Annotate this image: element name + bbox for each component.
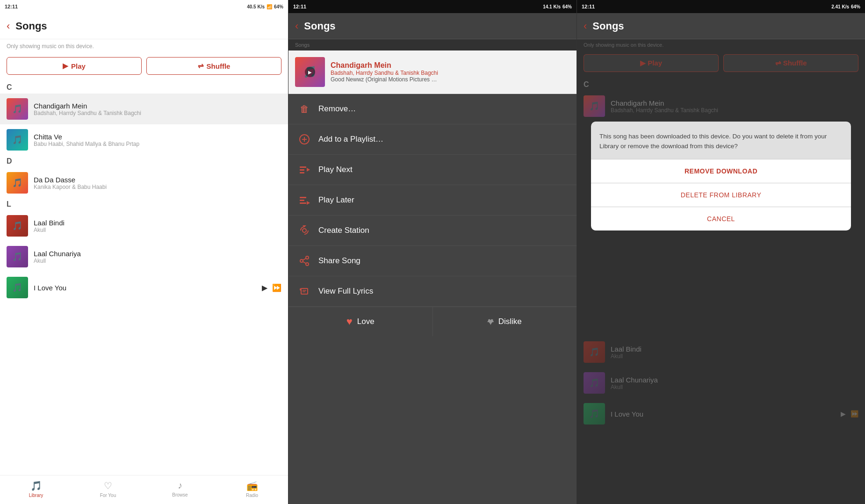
play-icon-song[interactable]: ▶ (262, 283, 267, 292)
song-thumb-chitta: 🎵 (7, 129, 28, 151)
skip-icon-song[interactable]: ⏩ (272, 283, 281, 292)
i-love-you-title-3: I Love You (611, 410, 835, 418)
delete-library-label: DELETE FROM LIBRARY (681, 191, 762, 199)
context-song-thumb-wrap: 🎵 ▶ (295, 57, 325, 87)
song-title-chandigarh-3: Chandigarh Mein (611, 99, 858, 107)
shuffle-button-1[interactable]: ⇌ Shuffle (146, 57, 281, 75)
song-title-laal-chunariya: Laal Chunariya (34, 250, 281, 258)
library-icon: 🎵 (30, 480, 42, 491)
section-l-1: L (0, 198, 288, 210)
song-thumb-dada: 🎵 (7, 172, 28, 194)
laal-chunariya-title-3: Laal Chunariya (611, 376, 858, 384)
song-title-chandigarh: Chandigarh Mein (34, 102, 281, 110)
nav-browse-label: Browse (172, 492, 187, 497)
song-row-chandigarh-3: 🎵 Chandigarh Mein Badshah, Harrdy Sandhu… (577, 91, 865, 122)
nav-radio[interactable]: 📻 Radio (216, 480, 288, 500)
network-2: 14.1 K/s (543, 4, 561, 9)
page-title-3: Songs (592, 20, 624, 32)
subtitle-1: Only showing music on this device. (0, 39, 288, 53)
song-artist-chitta: Babu Haabi, Shahid Mallya & Bhanu Prtap (34, 141, 281, 147)
status-bar-1: 12:11 40.5 K/s 📶 64% (0, 0, 288, 13)
context-song-title: Chandigarh Mein (331, 61, 570, 70)
network-3: 2.41 K/s (831, 4, 849, 9)
section-d-1: D (0, 155, 288, 167)
status-bar-2: 12:11 14.1 K/s 64% (288, 0, 577, 13)
header-1: ‹ Songs (0, 13, 288, 39)
song-row-laal-bindi[interactable]: 🎵 Laal Bindi Akull (0, 210, 288, 241)
header-2: ‹ Songs (288, 13, 577, 39)
laal-bindi-artist-3: Akull (611, 353, 858, 360)
faded-songs-3: 🎵 Laal Bindi Akull 🎵 Laal Chunariya Akul… (577, 337, 865, 429)
laal-bindi-row-3: 🎵 Laal Bindi Akull (577, 337, 865, 367)
shuffle-icon-1: ⇌ (198, 62, 204, 70)
header-3: ‹ Songs (577, 13, 865, 39)
time-3: 12:11 (582, 4, 595, 9)
time-1: 12:11 (5, 4, 18, 9)
subtitle-3: Only showing music on this device. (577, 39, 865, 50)
browse-icon: ♪ (178, 480, 182, 491)
nav-browse[interactable]: ♪ Browse (144, 480, 216, 499)
nav-library[interactable]: 🎵 Library (0, 480, 72, 500)
delete-dialog: This song has been downloaded to this de… (591, 122, 851, 230)
for-you-icon: ♡ (104, 480, 112, 491)
time-2: 12:11 (293, 4, 306, 9)
section-c-1: C (0, 81, 288, 94)
back-button-3[interactable]: ‹ (584, 20, 587, 32)
context-song-album: Good Newwz (Original Motions Pictures … (331, 76, 570, 83)
shuffle-btn-3: ⇌ Shuffle (723, 54, 858, 72)
context-menu-panel: 12:11 14.1 K/s 64% ‹ Songs Songs 🎵 ▶ Cha… (288, 0, 577, 504)
song-title-i-love-you: I Love You (34, 284, 256, 292)
cancel-button[interactable]: CANCEL (591, 207, 851, 230)
action-row-1: ▶ Play ⇌ Shuffle (7, 57, 281, 75)
song-title-chitta: Chitta Ve (34, 133, 281, 141)
radio-icon: 📻 (246, 480, 258, 491)
network-1: 40.5 K/s (247, 4, 265, 9)
back-button-2[interactable]: ‹ (295, 20, 298, 32)
song-artist-laal-chunariya: Akull (34, 258, 281, 264)
page-title-1: Songs (15, 20, 47, 32)
song-row-i-love-you[interactable]: 🎵 I Love You ▶ ⏩ (0, 272, 288, 303)
song-artist-dada: Kanika Kapoor & Babu Haabi (34, 184, 281, 190)
play-label-1: Play (71, 62, 86, 70)
song-artist-chandigarh-3: Badshah, Harrdy Sandhu & Tanishk Bagchi (611, 107, 858, 114)
song-row-chitta[interactable]: 🎵 Chitta Ve Babu Haabi, Shahid Mallya & … (0, 124, 288, 155)
song-row-laal-chunariya[interactable]: 🎵 Laal Chunariya Akull (0, 241, 288, 272)
status-bar-3: 12:11 2.41 K/s 64% (577, 0, 865, 13)
remove-download-button[interactable]: REMOVE DOWNLOAD (591, 159, 851, 183)
play-overlay-icon: ▶ (305, 67, 315, 77)
play-btn-3: ▶ Play (584, 54, 719, 72)
nav-for-you-label: For You (100, 493, 116, 498)
song-artist-chandigarh: Badshah, Harrdy Sandhu & Tanishk Bagchi (34, 110, 281, 116)
laal-chunariya-artist-3: Akull (611, 384, 858, 390)
song-artist-laal-bindi: Akull (34, 227, 281, 233)
battery-3: 64% (851, 4, 860, 9)
dialog-text: This song has been downloaded to this de… (599, 132, 843, 151)
battery-1: 64% (274, 4, 283, 9)
delete-dialog-panel: 12:11 2.41 K/s 64% ‹ Songs Only showing … (577, 0, 865, 504)
song-thumb-chandigarh: 🎵 (7, 98, 28, 120)
dialog-body: This song has been downloaded to this de… (591, 122, 851, 159)
i-love-you-controls: ▶ ⏩ (841, 410, 858, 418)
nav-library-label: Library (29, 493, 43, 498)
shuffle-label-1: Shuffle (207, 62, 231, 70)
i-love-you-row-3: 🎵 I Love You ▶ ⏩ (577, 398, 865, 429)
nav-for-you[interactable]: ♡ For You (72, 480, 144, 500)
song-row-dada[interactable]: 🎵 Da Da Dasse Kanika Kapoor & Babu Haabi (0, 167, 288, 198)
battery-icon-1: 📶 (267, 4, 272, 9)
delete-library-button[interactable]: DELETE FROM LIBRARY (591, 183, 851, 207)
back-button-1[interactable]: ‹ (7, 20, 10, 32)
cancel-label: CANCEL (707, 215, 735, 223)
play-button-1[interactable]: ▶ Play (7, 57, 142, 75)
nav-radio-label: Radio (246, 493, 258, 498)
action-row-3: ▶ Play ⇌ Shuffle (584, 54, 858, 72)
skip-icon-3: ⏩ (851, 410, 858, 418)
context-song-info: Chandigarh Mein Badshah, Harrdy Sandhu &… (331, 61, 570, 83)
song-thumb-laal-bindi: 🎵 (7, 215, 28, 237)
page-title-2: Songs (304, 20, 335, 32)
laal-chunariya-row-3: 🎵 Laal Chunariya Akull (577, 367, 865, 398)
song-row-chandigarh[interactable]: 🎵 Chandigarh Mein Badshah, Harrdy Sandhu… (0, 94, 288, 124)
song-title-laal-bindi: Laal Bindi (34, 219, 281, 227)
song-controls: ▶ ⏩ (262, 283, 281, 292)
context-song-artist: Badshah, Harrdy Sandhu & Tanishk Bagchi (331, 70, 570, 76)
context-song-card: 🎵 ▶ Chandigarh Mein Badshah, Harrdy Sand… (288, 50, 577, 94)
